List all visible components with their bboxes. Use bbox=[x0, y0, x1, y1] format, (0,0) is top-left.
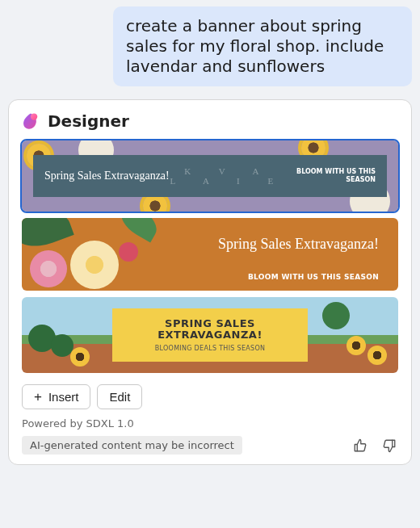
card-title: Designer bbox=[48, 111, 129, 131]
banner-option-2[interactable]: Spring Sales Extravaganza! BLOOM WITH US… bbox=[22, 218, 398, 291]
insert-button[interactable]: + Insert bbox=[22, 384, 90, 409]
banner-option-3[interactable]: SPRING SALES EXTRAVAGANZA! BLOOMING DEAL… bbox=[22, 297, 398, 373]
edit-button-label: Edit bbox=[109, 390, 130, 404]
chat-row: create a banner about spring sales for m… bbox=[8, 6, 412, 86]
user-message-bubble: create a banner about spring sales for m… bbox=[113, 6, 412, 86]
edit-button[interactable]: Edit bbox=[97, 384, 142, 409]
thumbs-up-icon[interactable] bbox=[351, 437, 369, 455]
insert-button-label: Insert bbox=[48, 390, 79, 404]
banner-1-tagline: BLOOM WITH US THIS SEASON bbox=[287, 168, 376, 183]
designer-card: Designer Spring Sales Extravaganza! K V … bbox=[8, 99, 412, 465]
svg-point-0 bbox=[31, 113, 37, 119]
action-row: + Insert Edit bbox=[22, 384, 398, 409]
feedback-controls bbox=[351, 437, 398, 455]
plus-icon: + bbox=[34, 390, 42, 404]
banner-results: Spring Sales Extravaganza! K V A L A I E… bbox=[22, 140, 398, 373]
banner-3-tagline: BLOOMING DEALS THIS SEASON bbox=[155, 345, 266, 352]
card-header: Designer bbox=[22, 111, 398, 131]
user-message-text: create a banner about spring sales for m… bbox=[126, 16, 384, 76]
designer-logo-icon bbox=[22, 112, 40, 130]
ai-disclaimer-pill: AI-generated content may be incorrect bbox=[22, 436, 242, 455]
banner-1-watermark: K V A L A I E bbox=[170, 166, 287, 186]
banner-3-title: SPRING SALES EXTRAVAGANZA! bbox=[112, 318, 308, 342]
banner-2-title: Spring Sales Extravaganza! bbox=[218, 236, 379, 253]
banner-option-1[interactable]: Spring Sales Extravaganza! K V A L A I E… bbox=[22, 140, 398, 212]
banner-1-title: Spring Sales Extravaganza! bbox=[44, 170, 170, 182]
banner-2-tagline: BLOOM WITH US THIS SEASON bbox=[248, 273, 379, 281]
card-footer: AI-generated content may be incorrect bbox=[22, 436, 398, 455]
powered-by-text: Powered by SDXL 1.0 bbox=[22, 417, 398, 430]
thumbs-down-icon[interactable] bbox=[380, 437, 398, 455]
